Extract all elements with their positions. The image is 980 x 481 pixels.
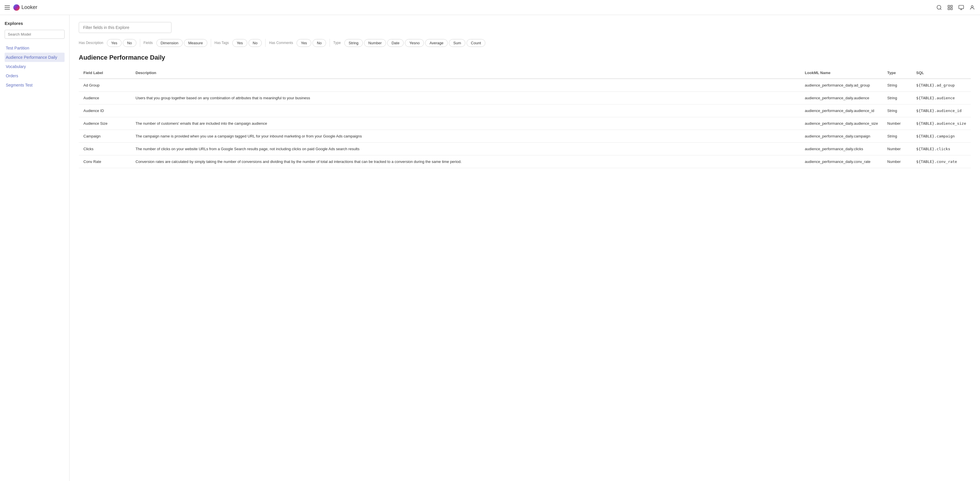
row-3-lookml-name: audience_performance_daily.audience_size (800, 117, 883, 130)
row-2-description (131, 105, 800, 117)
sidebar-item-test-partition[interactable]: Test Partition (5, 43, 65, 53)
separator-3 (265, 39, 266, 47)
table-row: Audience IDaudience_performance_daily.au… (79, 105, 971, 117)
row-4-field-label: Campaign (79, 130, 131, 143)
filter-has-comments-no[interactable]: No (312, 39, 326, 47)
row-1-lookml-name: audience_performance_daily.audience (800, 92, 883, 105)
top-nav-left: Looker (5, 4, 37, 11)
svg-rect-3 (951, 5, 953, 7)
has-description-label: Has Description (79, 41, 103, 45)
filter-bar (79, 22, 971, 33)
type-label: Type (333, 41, 341, 45)
row-2-type: String (883, 105, 912, 117)
sidebar-item-vocabulary[interactable]: Vocabulary (5, 62, 65, 71)
row-6-description: Conversion rates are calculated by simpl… (131, 156, 800, 168)
row-3-description: The number of customers' emails that are… (131, 117, 800, 130)
row-5-description: The number of clicks on your website URL… (131, 143, 800, 156)
table-row: ClicksThe number of clicks on your websi… (79, 143, 971, 156)
row-1-field-label: Audience (79, 92, 131, 105)
hamburger-icon[interactable] (5, 5, 10, 10)
filter-has-tags-yes[interactable]: Yes (232, 39, 247, 47)
table-row: AudienceUsers that you group together ba… (79, 92, 971, 105)
row-0-field-label: Ad Group (79, 79, 131, 92)
logo-icon (13, 4, 20, 11)
table-row: Ad Groupaudience_performance_daily.ad_gr… (79, 79, 971, 92)
filter-type-date[interactable]: Date (387, 39, 404, 47)
separator-2 (211, 39, 211, 47)
main-content: Has Description Yes No Fields Dimension … (70, 15, 980, 481)
separator-4 (329, 39, 330, 47)
table-body: Ad Groupaudience_performance_daily.ad_gr… (79, 79, 971, 168)
row-0-description (131, 79, 800, 92)
page-title: Audience Performance Daily (79, 54, 971, 61)
search-icon[interactable] (936, 4, 942, 11)
filter-type-average[interactable]: Average (425, 39, 448, 47)
svg-rect-5 (951, 8, 953, 10)
table-row: CampaignThe campaign name is provided wh… (79, 130, 971, 143)
svg-point-0 (937, 5, 941, 9)
fields-label: Fields (144, 41, 153, 45)
table-row: Audience SizeThe number of customers' em… (79, 117, 971, 130)
svg-rect-2 (948, 5, 950, 7)
top-nav-right (936, 4, 975, 11)
filter-has-comments-yes[interactable]: Yes (296, 39, 311, 47)
account-icon[interactable] (969, 4, 975, 11)
explores-title: Explores (5, 21, 65, 26)
sidebar-item-segments-test[interactable]: Segments Test (5, 81, 65, 90)
grid-icon[interactable] (947, 4, 953, 11)
filter-fields-dimension[interactable]: Dimension (156, 39, 183, 47)
has-comments-group: Yes No (296, 39, 326, 47)
fields-table: Field Label Description LookML Name Type… (79, 67, 971, 168)
row-6-lookml-name: audience_performance_daily.conv_rate (800, 156, 883, 168)
sidebar-item-orders[interactable]: Orders (5, 71, 65, 81)
filter-type-sum[interactable]: Sum (449, 39, 465, 47)
type-group: String Number Date Yesno Average Sum Cou… (344, 39, 485, 47)
col-header-description: Description (131, 67, 800, 79)
top-nav: Looker (0, 0, 980, 15)
sidebar-item-audience-performance-daily[interactable]: Audience Performance Daily (5, 53, 65, 62)
filter-has-tags-no[interactable]: No (248, 39, 262, 47)
filter-fields-measure[interactable]: Measure (184, 39, 207, 47)
row-4-description: The campaign name is provided when you u… (131, 130, 800, 143)
row-4-sql: ${TABLE}.campaign (912, 130, 971, 143)
svg-line-1 (940, 8, 942, 10)
row-0-type: String (883, 79, 912, 92)
fields-group: Dimension Measure (156, 39, 207, 47)
filter-type-yesno[interactable]: Yesno (405, 39, 424, 47)
row-0-lookml-name: audience_performance_daily.ad_group (800, 79, 883, 92)
row-1-description: Users that you group together based on a… (131, 92, 800, 105)
table-header-row: Field Label Description LookML Name Type… (79, 67, 971, 79)
app-body: Explores Test Partition Audience Perform… (0, 15, 980, 481)
filter-has-description-no[interactable]: No (123, 39, 137, 47)
help-icon[interactable] (958, 4, 964, 11)
row-2-field-label: Audience ID (79, 105, 131, 117)
row-5-type: Number (883, 143, 912, 156)
filter-fields-input[interactable] (79, 22, 172, 33)
table-header: Field Label Description LookML Name Type… (79, 67, 971, 79)
filter-type-number[interactable]: Number (364, 39, 386, 47)
row-3-sql: ${TABLE}.audience_size (912, 117, 971, 130)
row-6-field-label: Conv Rate (79, 156, 131, 168)
col-header-field-label: Field Label (79, 67, 131, 79)
filter-has-description-yes[interactable]: Yes (107, 39, 122, 47)
filter-type-string[interactable]: String (344, 39, 363, 47)
logo: Looker (13, 4, 37, 11)
filter-tags-row: Has Description Yes No Fields Dimension … (79, 39, 971, 47)
filter-type-count[interactable]: Count (466, 39, 485, 47)
has-comments-label: Has Comments (269, 41, 293, 45)
row-1-sql: ${TABLE}.audience (912, 92, 971, 105)
has-description-group: Yes No (107, 39, 137, 47)
col-header-type: Type (883, 67, 912, 79)
row-4-type: String (883, 130, 912, 143)
has-tags-group: Yes No (232, 39, 262, 47)
table-row: Conv RateConversion rates are calculated… (79, 156, 971, 168)
row-3-type: Number (883, 117, 912, 130)
search-model-input[interactable] (5, 30, 65, 39)
row-6-type: Number (883, 156, 912, 168)
row-3-field-label: Audience Size (79, 117, 131, 130)
logo-text: Looker (21, 4, 37, 10)
row-5-lookml-name: audience_performance_daily.clicks (800, 143, 883, 156)
row-4-lookml-name: audience_performance_daily.campaign (800, 130, 883, 143)
row-1-type: String (883, 92, 912, 105)
svg-rect-6 (959, 5, 964, 9)
